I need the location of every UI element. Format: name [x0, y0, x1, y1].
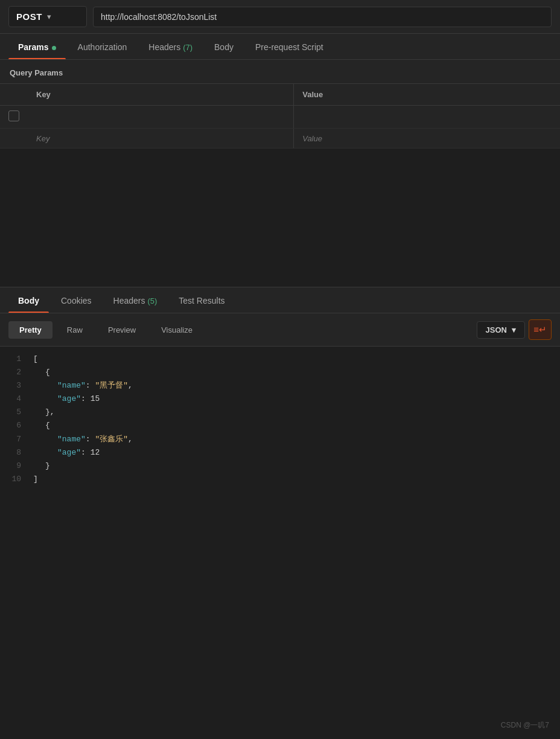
- query-params-header: Query Params: [0, 60, 560, 84]
- line-num-5: 5: [0, 406, 33, 419]
- code-line-8: 8 "age": 12: [0, 446, 560, 459]
- line-num-6: 6: [0, 419, 33, 432]
- row2-checkbox-cell: [0, 129, 28, 149]
- line-num-8: 8: [0, 446, 33, 459]
- line-content-4: "age": 15: [57, 392, 560, 406]
- line-content-2: {: [45, 366, 560, 379]
- line-content-8: "age": 12: [57, 446, 560, 459]
- code-line-2: 2 {: [0, 366, 560, 379]
- response-tab-cookies[interactable]: Cookies: [51, 287, 101, 313]
- response-tab-body[interactable]: Body: [8, 287, 49, 313]
- params-table: Key Value: [0, 84, 560, 149]
- tab-prerequest[interactable]: Pre-request Script: [246, 34, 333, 59]
- format-bar: Pretty Raw Preview Visualize JSON ▾ ≡↵: [0, 313, 560, 347]
- line-num-9: 9: [0, 459, 33, 473]
- code-line-1: 1 [: [0, 353, 560, 366]
- row2-value-input[interactable]: [302, 134, 552, 143]
- spacer-area: [0, 149, 560, 287]
- code-line-3: 3 "name": "黑予督",: [0, 379, 560, 392]
- url-input[interactable]: [93, 7, 552, 27]
- response-section: Body Cookies Headers (5) Test Results Pr…: [0, 287, 560, 492]
- tab-headers[interactable]: Headers (7): [139, 34, 202, 59]
- row1-key-cell: [28, 106, 294, 129]
- line-content-3: "name": "黑予督",: [57, 379, 560, 392]
- tab-body[interactable]: Body: [205, 34, 243, 59]
- format-btn-visualize[interactable]: Visualize: [150, 321, 203, 339]
- line-num-7: 7: [0, 433, 33, 446]
- headers-badge: (7): [183, 43, 192, 52]
- format-btn-preview[interactable]: Preview: [97, 321, 147, 339]
- row1-value-cell: [294, 106, 560, 129]
- row1-checkbox[interactable]: [8, 110, 19, 121]
- response-tab-headers[interactable]: Headers (5): [104, 287, 167, 313]
- row2-value-cell: [294, 129, 560, 149]
- json-format-select[interactable]: JSON ▾: [477, 321, 525, 339]
- request-tabs-row: Params Authorization Headers (7) Body Pr…: [0, 34, 560, 60]
- method-select[interactable]: POST ▾: [8, 6, 87, 27]
- line-content-1: [: [33, 353, 560, 366]
- row2-key-cell: [28, 129, 294, 149]
- response-tab-testresults[interactable]: Test Results: [169, 287, 234, 313]
- line-content-9: }: [45, 459, 560, 473]
- format-btn-pretty[interactable]: Pretty: [8, 321, 52, 339]
- params-dot: [52, 46, 56, 50]
- line-content-5: },: [45, 406, 560, 419]
- response-headers-badge: (5): [147, 296, 157, 306]
- line-content-6: {: [45, 419, 560, 432]
- line-num-2: 2: [0, 366, 33, 379]
- chevron-down-icon: ▾: [512, 325, 516, 334]
- chevron-down-icon: ▾: [47, 12, 51, 21]
- format-btn-raw[interactable]: Raw: [56, 321, 94, 339]
- table-row: [0, 106, 560, 129]
- footer-watermark: CSDN @一叽7: [501, 720, 549, 731]
- col-key: Key: [28, 84, 294, 106]
- code-line-5: 5 },: [0, 406, 560, 419]
- row1-key-input[interactable]: [36, 113, 285, 122]
- row2-key-input[interactable]: [36, 134, 285, 143]
- row1-checkbox-cell: [0, 106, 28, 129]
- tab-params[interactable]: Params: [8, 34, 66, 59]
- table-row: [0, 129, 560, 149]
- code-line-10: 10 ]: [0, 473, 560, 486]
- code-area: 1 [ 2 { 3 "name": "黑予督", 4 "age": 15: [0, 347, 560, 492]
- code-line-7: 7 "name": "张鑫乐",: [0, 433, 560, 446]
- code-line-4: 4 "age": 15: [0, 392, 560, 406]
- col-value: Value: [294, 84, 560, 106]
- line-num-4: 4: [0, 392, 33, 406]
- row1-value-input[interactable]: [302, 113, 552, 122]
- wrap-icon: ≡↵: [533, 324, 547, 335]
- wrap-button[interactable]: ≡↵: [529, 319, 552, 340]
- line-num-10: 10: [0, 473, 33, 486]
- code-line-9: 9 }: [0, 459, 560, 473]
- code-line-6: 6 {: [0, 419, 560, 432]
- method-label: POST: [16, 11, 42, 22]
- top-bar: POST ▾: [0, 0, 560, 34]
- line-content-10: ]: [33, 473, 560, 486]
- col-checkbox: [0, 84, 28, 106]
- line-num-3: 3: [0, 379, 33, 392]
- response-tabs-row: Body Cookies Headers (5) Test Results: [0, 287, 560, 313]
- line-num-1: 1: [0, 353, 33, 366]
- tab-authorization[interactable]: Authorization: [68, 34, 137, 59]
- line-content-7: "name": "张鑫乐",: [57, 433, 560, 446]
